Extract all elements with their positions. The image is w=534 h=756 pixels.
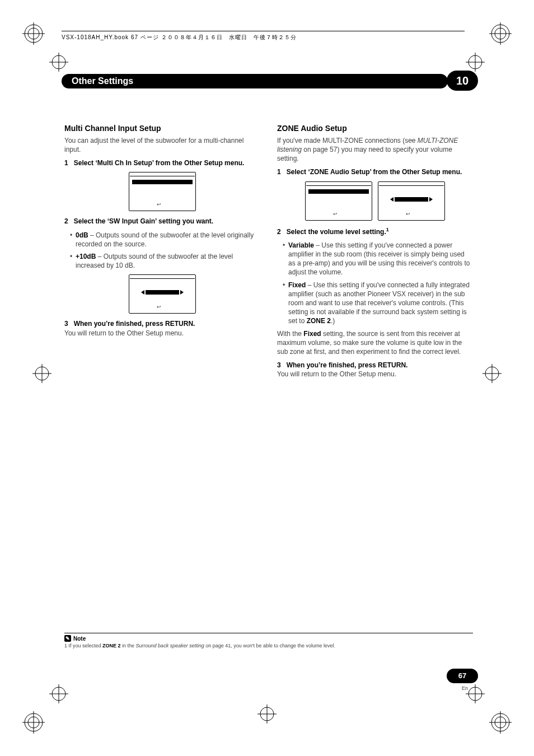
step-num: 1 [277, 168, 281, 176]
crossmark-icon [49, 684, 68, 703]
page-lang: En [462, 685, 468, 691]
step-num: 3 [64, 320, 68, 328]
step-3: 3 When you’re finished, press RETURN. Yo… [64, 319, 260, 337]
header-rule [62, 31, 465, 31]
bullet-text: – Use this setting if you've connected a… [288, 241, 470, 277]
step-2: 2 Select the volume level setting.1 [277, 226, 473, 236]
step-num: 3 [277, 361, 281, 369]
step-text: Select ‘ZONE Audio Setup’ from the Other… [287, 168, 462, 176]
text: in the [121, 643, 136, 648]
bullet-bold: Variable [288, 241, 314, 249]
text: on page 57) you may need to specify your… [277, 146, 452, 162]
bullet-bold: ZONE 2 [307, 317, 331, 325]
return-icon: ↩ [406, 211, 410, 217]
step-after: You will return to the Other Setup menu. [64, 329, 184, 337]
return-icon: ↩ [333, 211, 338, 217]
text: If you've made MULTI-ZONE connections (s… [277, 137, 418, 144]
note-label: ✎ Note [64, 635, 86, 642]
text: 1 If you selected [64, 643, 102, 648]
screen-illustration: ↩ [129, 172, 196, 211]
bullet-item: • Variable – Use this setting if you've … [283, 241, 473, 277]
step-text: Select the volume level setting. [287, 228, 386, 236]
step-after: You will return to the Other Setup menu. [277, 370, 396, 378]
text: on page 41, you won't be able to change … [204, 643, 335, 648]
chapter-title: Other Settings [62, 74, 448, 88]
bullet-bold: 0dB [76, 231, 88, 239]
footnote-ref: 1 [386, 227, 389, 232]
page: VSX-1018AH_HY.book 67 ページ ２００８年４月１６日 水曜日… [0, 0, 534, 756]
text: With the [277, 330, 303, 338]
regmark-icon [22, 22, 45, 45]
screen-illustration-pair: ↩ ↩ [277, 181, 473, 221]
return-icon: ↩ [157, 304, 161, 310]
step-num: 2 [64, 217, 68, 225]
bullet-bold: +10dB [76, 253, 96, 260]
step-1: 1 Select ‘Multi Ch In Setup’ from the Ot… [64, 158, 260, 167]
intro-text: If you've made MULTI-ZONE connections (s… [277, 136, 473, 164]
bullet-text: .) [331, 317, 335, 325]
text-bold: Fixed [303, 330, 321, 338]
chapter-number: 10 [447, 71, 478, 91]
crossmark-icon [466, 53, 485, 72]
crossmark-icon [32, 364, 51, 383]
text-bold: ZONE 2 [102, 643, 121, 648]
content-area: Multi Channel Input Setup You can adjust… [64, 123, 473, 383]
screen-illustration: ↩ [129, 274, 196, 314]
crossmark-icon [466, 684, 485, 703]
step-1: 1 Select ‘ZONE Audio Setup’ from the Oth… [277, 167, 473, 176]
regmark-icon [489, 711, 512, 734]
note-text: 1 If you selected ZONE 2 in the Surround… [64, 643, 473, 648]
section-heading: Multi Channel Input Setup [64, 123, 260, 134]
right-column: ZONE Audio Setup If you've made MULTI-ZO… [277, 123, 473, 383]
regmark-icon [489, 22, 512, 45]
note-label-text: Note [73, 636, 86, 642]
bullet-item: • +10dB – Outputs sound of the subwoofer… [70, 252, 260, 270]
intro-text: You can adjust the level of the subwoofe… [64, 136, 260, 154]
bullet-text: – Outputs sound of the subwoofer at the … [76, 253, 233, 269]
regmark-icon [22, 711, 45, 734]
text-italic: Surround back speaker setting [136, 643, 204, 648]
step-text: Select the ‘SW Input Gain’ setting you w… [74, 217, 213, 225]
crossmark-icon [483, 364, 502, 383]
note-icon: ✎ [64, 635, 71, 642]
step-num: 1 [64, 159, 68, 167]
section-heading: ZONE Audio Setup [277, 123, 473, 134]
left-column: Multi Channel Input Setup You can adjust… [64, 123, 260, 383]
step-num: 2 [277, 228, 281, 236]
step-text: Select ‘Multi Ch In Setup’ from the Othe… [74, 159, 245, 167]
step-3: 3 When you’re finished, press RETURN. Yo… [277, 361, 473, 379]
step-text: When you’re finished, press RETURN. [287, 361, 408, 369]
paragraph: With the Fixed setting, the source is se… [277, 329, 473, 357]
crossmark-icon [257, 704, 277, 724]
page-number: 67 [447, 669, 478, 683]
step-text: When you’re finished, press RETURN. [74, 320, 195, 328]
crossmark-icon [49, 53, 68, 72]
return-icon: ↩ [157, 201, 161, 208]
bullet-item: • 0dB – Outputs sound of the subwoofer a… [70, 231, 260, 249]
header-bookline: VSX-1018AH_HY.book 67 ページ ２００８年４月１６日 水曜日… [62, 34, 297, 41]
step-2: 2 Select the ‘SW Input Gain’ setting you… [64, 217, 260, 226]
bullet-text: – Outputs sound of the subwoofer at the … [76, 231, 254, 248]
bullet-bold: Fixed [288, 281, 306, 289]
bullet-item: • Fixed – Use this setting if you've con… [283, 281, 473, 326]
note-rule [64, 633, 473, 633]
